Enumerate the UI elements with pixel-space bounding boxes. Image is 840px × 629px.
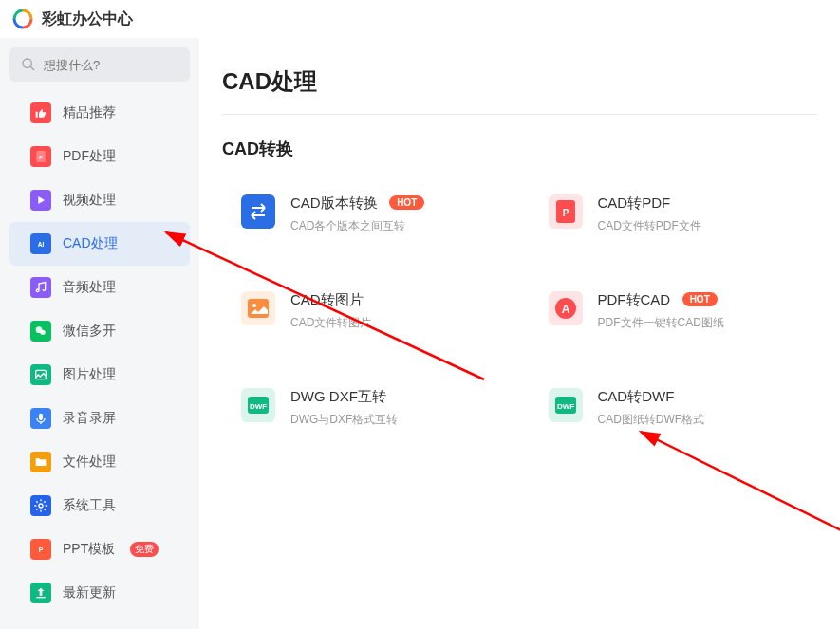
svg-text:P: P	[562, 208, 569, 218]
svg-line-5	[30, 66, 34, 70]
search-input[interactable]	[44, 58, 203, 72]
sidebar-label: 最新更新	[63, 584, 116, 601]
feature-desc: DWG与DXF格式互转	[290, 412, 398, 428]
feature-title: DWG DXF互转	[290, 388, 386, 406]
svg-point-22	[252, 304, 256, 307]
feature-title: CAD版本转换	[290, 194, 378, 213]
feature-desc: CAD文件转图片	[290, 315, 371, 331]
svg-point-10	[40, 330, 45, 335]
svg-rect-16	[241, 194, 275, 229]
search-icon	[21, 57, 36, 72]
sidebar-item-1[interactable]: P PDF处理	[9, 135, 190, 178]
svg-text:DWF: DWF	[250, 402, 267, 411]
sidebar-label: 精品推荐	[63, 104, 116, 121]
sidebar-item-5[interactable]: 微信多开	[9, 309, 190, 353]
feature-title: CAD转PDF	[598, 194, 671, 213]
svg-text:DWF: DWF	[556, 402, 573, 411]
sidebar-icon	[30, 452, 51, 472]
feature-item-0[interactable]: CAD版本转换 HOT CAD各个版本之间互转	[222, 194, 511, 234]
section-title: CAD转换	[222, 138, 817, 160]
feature-desc: CAD各个版本之间互转	[290, 218, 424, 234]
feature-icon: DWF	[241, 388, 275, 422]
svg-text:P: P	[39, 155, 43, 160]
page-title: CAD处理	[222, 66, 817, 97]
feature-icon: A	[549, 291, 583, 325]
sidebar-item-4[interactable]: 音频处理	[9, 266, 190, 309]
svg-text:P: P	[39, 546, 44, 553]
sidebar-label: PPT模板	[63, 541, 115, 558]
feature-title: PDF转CAD	[598, 291, 671, 309]
feature-title: CAD转DWF	[598, 388, 675, 406]
sidebar-icon	[30, 408, 51, 429]
sidebar-item-11[interactable]: 最新更新	[9, 571, 190, 615]
sidebar-label: CAD处理	[63, 235, 118, 252]
feature-item-4[interactable]: DWF DWG DXF互转 DWG与DXF格式互转	[222, 388, 511, 428]
main-content: CAD处理 CAD转换 CAD版本转换 HOT CAD各个版本之间互转 P CA…	[199, 38, 840, 629]
feature-desc: CAD文件转PDF文件	[598, 218, 701, 234]
feature-item-5[interactable]: DWF CAD转DWF CAD图纸转DWF格式	[530, 388, 818, 428]
feature-icon	[241, 291, 275, 325]
svg-point-4	[23, 59, 31, 67]
sidebar-item-7[interactable]: 录音录屏	[9, 397, 190, 440]
sidebar-icon	[30, 102, 51, 123]
sidebar-item-10[interactable]: P PPT模板 免费	[9, 527, 190, 571]
feature-item-2[interactable]: CAD转图片 CAD文件转图片	[222, 291, 511, 331]
feature-text: CAD版本转换 HOT CAD各个版本之间互转	[290, 194, 424, 234]
sidebar-icon: P	[30, 539, 51, 560]
sidebar-icon	[30, 190, 51, 211]
feature-icon: P	[549, 194, 583, 229]
sidebar-item-9[interactable]: 系统工具	[9, 484, 190, 527]
feature-desc: PDF文件一键转CAD图纸	[598, 315, 724, 331]
svg-text:A: A	[561, 303, 569, 316]
feature-item-3[interactable]: A PDF转CAD HOT PDF文件一键转CAD图纸	[530, 291, 818, 331]
sidebar-label: 录音录屏	[63, 410, 116, 427]
app-title: 彩虹办公中心	[42, 9, 133, 29]
sidebar-label: 音频处理	[63, 279, 116, 296]
feature-text: CAD转图片 CAD文件转图片	[290, 291, 371, 331]
sidebar-label: 图片处理	[63, 366, 116, 383]
sidebar-icon: P	[30, 146, 51, 167]
sidebar-label: 系统工具	[63, 497, 116, 514]
sidebar-icon	[30, 495, 51, 516]
svg-rect-15	[36, 597, 45, 598]
svg-line-33	[641, 432, 840, 588]
sidebar-badge: 免费	[130, 542, 159, 557]
sidebar-item-6[interactable]: 图片处理	[9, 353, 190, 397]
svg-text:AI: AI	[38, 241, 45, 248]
sidebar-label: 视频处理	[63, 192, 116, 209]
divider	[222, 114, 817, 115]
app-logo-icon	[11, 8, 34, 30]
sidebar-item-2[interactable]: 视频处理	[9, 178, 190, 222]
sidebar-icon: AI	[30, 233, 51, 254]
sidebar-label: 微信多开	[63, 323, 116, 340]
sidebar-label: 文件处理	[63, 453, 116, 471]
hot-badge: HOT	[389, 195, 424, 210]
annotation-arrow-icon	[626, 417, 840, 598]
feature-icon	[241, 194, 275, 229]
sidebar-icon	[30, 321, 51, 342]
sidebar: 精品推荐 P PDF处理 视频处理 AI CAD处理 音频处理 微信多开 图片处…	[0, 38, 199, 629]
feature-text: CAD转PDF CAD文件转PDF文件	[598, 194, 701, 234]
hot-badge: HOT	[682, 292, 718, 306]
feature-text: PDF转CAD HOT PDF文件一键转CAD图纸	[598, 291, 724, 331]
sidebar-icon	[30, 583, 51, 603]
sidebar-icon	[30, 364, 51, 385]
feature-icon: DWF	[549, 388, 583, 422]
svg-rect-12	[39, 414, 43, 420]
feature-text: CAD转DWF CAD图纸转DWF格式	[598, 388, 705, 428]
feature-text: DWG DXF互转 DWG与DXF格式互转	[290, 388, 398, 428]
header: 彩虹办公中心	[0, 0, 840, 38]
svg-point-13	[39, 504, 43, 508]
sidebar-item-0[interactable]: 精品推荐	[9, 91, 190, 135]
sidebar-item-3[interactable]: AI CAD处理	[9, 222, 190, 266]
feature-item-1[interactable]: P CAD转PDF CAD文件转PDF文件	[530, 194, 818, 234]
sidebar-label: PDF处理	[63, 148, 116, 165]
sidebar-item-8[interactable]: 文件处理	[9, 440, 190, 484]
search-box[interactable]	[9, 47, 190, 82]
feature-title: CAD转图片	[290, 291, 364, 309]
sidebar-icon	[30, 277, 51, 298]
feature-desc: CAD图纸转DWF格式	[598, 412, 705, 428]
